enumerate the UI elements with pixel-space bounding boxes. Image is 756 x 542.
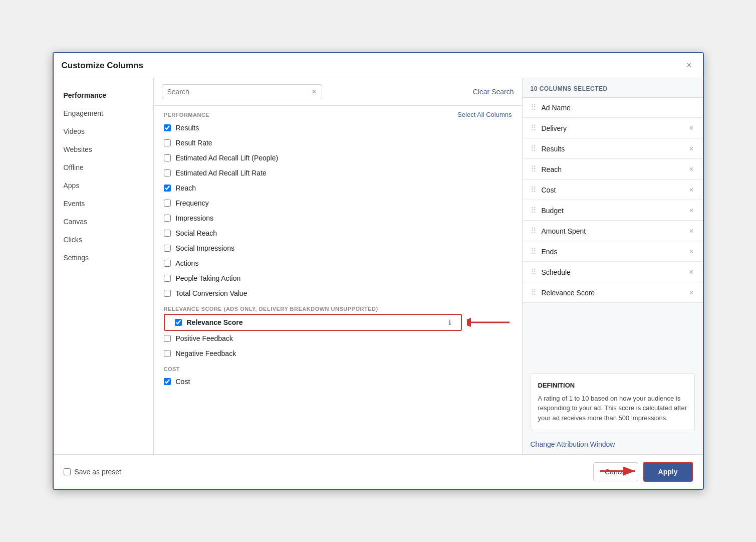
relevance-score-label: Relevance Score bbox=[187, 318, 445, 326]
drag-handle-icon[interactable]: ⠿ bbox=[531, 247, 537, 256]
column-item-estimated-ad-recall[interactable]: Estimated Ad Recall Lift (People) bbox=[154, 150, 522, 165]
middle-panel: × Clear Search PERFORMANCE Select All Co… bbox=[154, 78, 523, 454]
remove-cost-button[interactable]: × bbox=[688, 186, 694, 195]
estimated-ad-recall-rate-label: Estimated Ad Recall Lift Rate bbox=[176, 169, 512, 177]
select-all-button[interactable]: Select All Columns bbox=[457, 111, 512, 118]
remove-schedule-button[interactable]: × bbox=[688, 268, 694, 277]
schedule-selected-label: Schedule bbox=[542, 268, 688, 276]
column-item-results[interactable]: Results bbox=[154, 120, 522, 135]
cost-section-header: COST bbox=[154, 361, 522, 374]
drag-handle-icon[interactable]: ⠿ bbox=[531, 288, 537, 297]
remove-delivery-button[interactable]: × bbox=[688, 124, 694, 133]
close-button[interactable]: × bbox=[683, 59, 695, 72]
social-reach-checkbox[interactable] bbox=[164, 230, 171, 237]
save-preset-checkbox[interactable] bbox=[64, 468, 71, 475]
remove-amount-spent-button[interactable]: × bbox=[688, 227, 694, 236]
drag-handle-icon[interactable]: ⠿ bbox=[531, 206, 537, 215]
result-rate-checkbox[interactable] bbox=[164, 139, 171, 146]
search-input[interactable] bbox=[167, 88, 312, 96]
sidebar-item-apps[interactable]: Apps bbox=[54, 176, 153, 195]
remove-reach-button[interactable]: × bbox=[688, 165, 694, 174]
negative-feedback-checkbox[interactable] bbox=[164, 350, 171, 357]
customize-columns-dialog: Customize Columns × Performance Engageme… bbox=[53, 52, 704, 490]
reach-checkbox[interactable] bbox=[164, 185, 171, 192]
column-item-negative-feedback[interactable]: Negative Feedback bbox=[154, 346, 522, 361]
column-item-social-impressions[interactable]: Social Impressions bbox=[154, 241, 522, 256]
result-rate-label: Result Rate bbox=[176, 139, 512, 147]
relevance-score-checkbox[interactable] bbox=[175, 319, 182, 326]
column-item-positive-feedback[interactable]: Positive Feedback bbox=[154, 331, 522, 346]
column-item-relevance-score[interactable]: Relevance Score ℹ bbox=[164, 314, 462, 331]
apply-button[interactable]: Apply bbox=[643, 462, 693, 482]
relevance-section-label: RELEVANCE SCORE (ADS ONLY, DELIVERY BREA… bbox=[164, 306, 378, 312]
reach-label: Reach bbox=[176, 184, 512, 192]
column-item-reach[interactable]: Reach bbox=[154, 180, 522, 196]
selected-item-cost: ⠿ Cost × bbox=[523, 180, 703, 200]
column-item-total-conversion-value[interactable]: Total Conversion Value bbox=[154, 286, 522, 301]
total-conversion-value-checkbox[interactable] bbox=[164, 290, 171, 297]
sidebar-item-clicks[interactable]: Clicks bbox=[54, 231, 153, 249]
remove-ends-button[interactable]: × bbox=[688, 247, 694, 256]
selected-item-reach: ⠿ Reach × bbox=[523, 159, 703, 179]
dialog-footer: Save as preset Cancel Apply bbox=[54, 454, 703, 489]
column-item-estimated-ad-recall-rate[interactable]: Estimated Ad Recall Lift Rate bbox=[154, 165, 522, 180]
people-taking-action-label: People Taking Action bbox=[176, 274, 512, 282]
actions-checkbox[interactable] bbox=[164, 260, 171, 267]
cost-checkbox[interactable] bbox=[164, 378, 171, 385]
column-item-result-rate[interactable]: Result Rate bbox=[154, 135, 522, 150]
social-impressions-checkbox[interactable] bbox=[164, 245, 171, 252]
positive-feedback-checkbox[interactable] bbox=[164, 335, 171, 342]
info-icon[interactable]: ℹ bbox=[448, 318, 451, 326]
column-item-people-taking-action[interactable]: People Taking Action bbox=[154, 271, 522, 286]
column-list: PERFORMANCE Select All Columns Results R… bbox=[154, 106, 522, 454]
search-input-wrapper[interactable]: × bbox=[162, 84, 322, 99]
reach-selected-label: Reach bbox=[542, 165, 688, 173]
search-clear-button[interactable]: × bbox=[312, 87, 316, 96]
dialog-header: Customize Columns × bbox=[54, 53, 703, 78]
remove-results-button[interactable]: × bbox=[688, 144, 694, 153]
sidebar-item-engagement[interactable]: Engagement bbox=[54, 104, 153, 122]
drag-handle-icon[interactable]: ⠿ bbox=[531, 267, 537, 277]
remove-budget-button[interactable]: × bbox=[688, 206, 694, 215]
definition-text: A rating of 1 to 10 based on how your au… bbox=[538, 395, 687, 422]
relevance-score-row-container: Relevance Score ℹ bbox=[154, 314, 522, 331]
sidebar-item-videos[interactable]: Videos bbox=[54, 122, 153, 140]
column-item-cost[interactable]: Cost bbox=[154, 374, 522, 389]
right-panel: 10 COLUMNS SELECTED ⠿ Ad Name ⠿ Delivery… bbox=[523, 78, 703, 454]
sidebar-item-offline[interactable]: Offline bbox=[54, 158, 153, 176]
sidebar: Performance Engagement Videos Websites O… bbox=[54, 78, 154, 454]
estimated-ad-recall-label: Estimated Ad Recall Lift (People) bbox=[176, 154, 512, 162]
estimated-ad-recall-checkbox[interactable] bbox=[164, 154, 171, 161]
selected-item-schedule: ⠿ Schedule × bbox=[523, 262, 703, 282]
definition-title: DEFINITION bbox=[538, 381, 687, 391]
sidebar-item-events[interactable]: Events bbox=[54, 195, 153, 213]
drag-handle-icon[interactable]: ⠿ bbox=[531, 123, 537, 133]
sidebar-item-canvas[interactable]: Canvas bbox=[54, 213, 153, 231]
drag-handle-icon[interactable]: ⠿ bbox=[531, 164, 537, 174]
column-item-frequency[interactable]: Frequency bbox=[154, 196, 522, 211]
attribution-link[interactable]: Change Attribution Window bbox=[523, 436, 703, 454]
clear-search-button[interactable]: Clear Search bbox=[473, 88, 514, 96]
drag-handle-icon[interactable]: ⠿ bbox=[531, 103, 537, 112]
drag-handle-icon[interactable]: ⠿ bbox=[531, 144, 537, 153]
column-item-actions[interactable]: Actions bbox=[154, 256, 522, 271]
results-checkbox[interactable] bbox=[164, 124, 171, 131]
drag-handle-icon[interactable]: ⠿ bbox=[531, 226, 537, 236]
remove-relevance-score-button[interactable]: × bbox=[688, 288, 694, 297]
selected-item-results: ⠿ Results × bbox=[523, 139, 703, 159]
column-item-impressions[interactable]: Impressions bbox=[154, 211, 522, 226]
performance-label: PERFORMANCE bbox=[164, 112, 210, 118]
frequency-checkbox[interactable] bbox=[164, 200, 171, 207]
sidebar-item-settings[interactable]: Settings bbox=[54, 249, 153, 267]
results-selected-label: Results bbox=[542, 145, 688, 153]
sidebar-item-websites[interactable]: Websites bbox=[54, 140, 153, 158]
drag-handle-icon[interactable]: ⠿ bbox=[531, 185, 537, 195]
sidebar-item-performance[interactable]: Performance bbox=[54, 86, 153, 104]
impressions-checkbox[interactable] bbox=[164, 215, 171, 222]
selected-item-ends: ⠿ Ends × bbox=[523, 242, 703, 262]
results-label: Results bbox=[176, 124, 512, 132]
cost-section-label: COST bbox=[164, 366, 180, 372]
people-taking-action-checkbox[interactable] bbox=[164, 275, 171, 282]
estimated-ad-recall-rate-checkbox[interactable] bbox=[164, 169, 171, 176]
column-item-social-reach[interactable]: Social Reach bbox=[154, 226, 522, 241]
